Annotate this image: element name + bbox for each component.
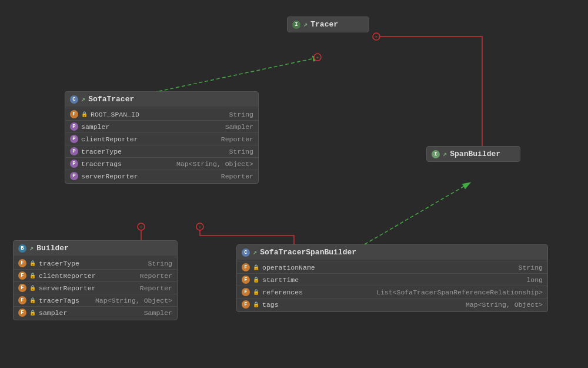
field-icon: P [70, 147, 78, 155]
node-builder-label: Builder [36, 244, 69, 253]
node-sofatracer-header: C ↗ SofaTracer [65, 92, 258, 107]
field-name: sampler [81, 123, 222, 131]
field-name: serverReporter [81, 173, 218, 180]
field-name: clientReporter [39, 272, 137, 280]
connector-plus-tracer-right: + [375, 35, 377, 41]
table-row: F 🔒 serverReporter Reporter [14, 281, 177, 294]
node-tracer-header: I ↗ Tracer [288, 17, 369, 32]
field-name: serverReporter [39, 284, 137, 292]
node-sofatracerspanbuilder[interactable]: C ↗ SofaTracerSpanBuilder F 🔒 operationN… [236, 244, 548, 312]
field-icon: F [18, 259, 26, 267]
field-type: String [148, 260, 172, 267]
field-icon: P [70, 135, 78, 143]
table-row: P tracerType String [65, 145, 258, 157]
field-icon: F [242, 263, 250, 271]
table-row: P serverReporter Reporter [65, 170, 258, 182]
table-row: P tracerTags Map<String, Object> [65, 157, 258, 170]
field-name: tracerType [39, 260, 145, 267]
node-spanbuilder[interactable]: I ↗ SpanBuilder [426, 146, 520, 162]
node-sofatracer-label: SofaTracer [88, 95, 134, 104]
node-tracer[interactable]: I ↗ Tracer [287, 16, 369, 32]
connector-dot-tracer-right [373, 33, 380, 40]
field-icon: F [242, 276, 250, 284]
connector-dot-tracer-bottom [314, 54, 321, 61]
field-icon: F [242, 300, 250, 309]
field-icon: F [18, 271, 26, 280]
field-type: Reporter [140, 284, 172, 292]
node-sofatracerspanbuilder-icon: ↗ [253, 248, 257, 257]
field-type: Reporter [221, 135, 253, 143]
node-builder-icon: ↗ [29, 244, 34, 253]
node-sofatracer-icon: ↗ [81, 95, 85, 104]
connection-sofatracer-sofatracerspanbuilder [200, 227, 294, 244]
connector-plus-tracer-bottom: + [316, 55, 319, 61]
field-icon: P [70, 122, 78, 131]
node-builder-header: B ↗ Builder [14, 241, 177, 256]
lock-icon: 🔒 [253, 277, 259, 283]
field-name: clientReporter [81, 135, 218, 143]
field-name: ROOT_SPAN_ID [91, 111, 226, 118]
field-type: Map<String, Object> [176, 160, 253, 168]
node-spanbuilder-badge: I [432, 150, 440, 158]
field-type: String [229, 148, 253, 155]
node-sofatracerspanbuilder-rows: F 🔒 operationName String F 🔒 startTime l… [237, 260, 547, 311]
node-tracer-badge: I [292, 21, 300, 29]
field-name: tracerType [81, 148, 226, 155]
field-name: tracerTags [81, 160, 173, 168]
field-type: String [519, 264, 543, 271]
lock-icon: 🔒 [29, 310, 36, 316]
field-type: String [229, 111, 253, 118]
field-type: Reporter [221, 173, 253, 180]
field-name: sampler [39, 309, 141, 317]
node-tracer-label: Tracer [310, 20, 338, 29]
node-sofatracerspanbuilder-header: C ↗ SofaTracerSpanBuilder [237, 245, 547, 260]
node-spanbuilder-icon: ↗ [443, 150, 447, 158]
field-icon: P [70, 160, 78, 168]
diagram-container: + + + + I ↗ Tracer C ↗ SofaTracer F 🔒 [0, 0, 588, 368]
node-builder[interactable]: B ↗ Builder F 🔒 tracerType String F 🔒 cl… [13, 240, 178, 320]
connection-sofatracer-tracer [159, 57, 320, 91]
table-row: F 🔒 operationName String [237, 261, 547, 273]
table-row: F 🔒 tracerType String [14, 257, 177, 269]
table-row: F 🔒 references List<SofaTracerSpanRefere… [237, 286, 547, 298]
node-sofatracer-rows: F 🔒 ROOT_SPAN_ID String P sampler Sample… [65, 107, 258, 183]
lock-icon: 🔒 [29, 273, 36, 279]
lock-icon: 🔒 [253, 301, 259, 308]
node-spanbuilder-label: SpanBuilder [450, 150, 500, 158]
table-row: F 🔒 ROOT_SPAN_ID String [65, 108, 258, 120]
field-icon: F [242, 288, 250, 296]
connector-dot-sofatracer-right [196, 223, 203, 230]
table-row: P sampler Sampler [65, 120, 258, 132]
table-row: F 🔒 tags Map<String, Object> [237, 298, 547, 310]
field-name: tracerTags [39, 297, 92, 304]
table-row: F 🔒 startTime long [237, 273, 547, 286]
node-spanbuilder-header: I ↗ SpanBuilder [427, 147, 520, 161]
lock-icon: 🔒 [29, 260, 36, 267]
field-icon: F [18, 284, 26, 292]
field-name: references [262, 289, 373, 296]
node-builder-rows: F 🔒 tracerType String F 🔒 clientReporter… [14, 256, 177, 320]
field-name: tags [262, 301, 463, 309]
lock-icon: 🔒 [29, 297, 36, 304]
field-icon: P [70, 172, 78, 180]
field-type: Map<String, Object> [466, 301, 543, 309]
field-name: operationName [262, 264, 516, 271]
lock-icon: 🔒 [253, 289, 259, 296]
node-builder-badge: B [18, 244, 26, 253]
field-type: Reporter [140, 272, 172, 280]
field-icon: F [18, 309, 26, 317]
node-sofatracerspanbuilder-label: SofaTracerSpanBuilder [260, 248, 356, 257]
table-row: F 🔒 clientReporter Reporter [14, 269, 177, 281]
field-type: long [526, 276, 543, 284]
field-type: Sampler [144, 309, 172, 317]
node-sofatracer[interactable]: C ↗ SofaTracer F 🔒 ROOT_SPAN_ID String P… [65, 91, 259, 184]
connection-sofatracerspanbuilder-spanbuilder [365, 183, 470, 244]
field-icon: F [70, 110, 78, 118]
connection-tracer-spanbuilder [376, 37, 482, 146]
connector-dot-sofatracer-left [138, 223, 145, 230]
field-name: startTime [262, 276, 523, 284]
field-type: List<SofaTracerSpanReferenceRelationship… [376, 289, 543, 296]
table-row: F 🔒 tracerTags Map<String, Object> [14, 294, 177, 306]
lock-icon: 🔒 [29, 285, 36, 291]
lock-icon: 🔒 [81, 111, 88, 118]
